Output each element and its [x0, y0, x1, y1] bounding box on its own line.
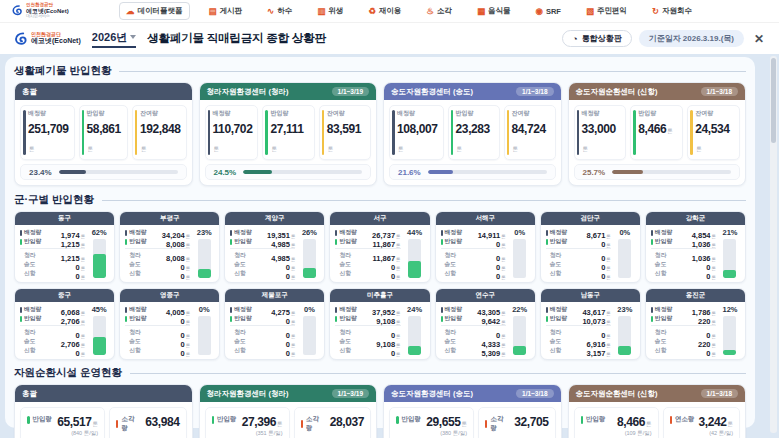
scrollbar-thumb[interactable]	[771, 58, 776, 143]
incineration-box: 소각량 32,705톤(419 톤/일)	[478, 407, 555, 438]
intake-metric: 반입량 27,111톤	[262, 105, 314, 160]
section-title-text: 자원순환시설 운영현황	[14, 366, 122, 380]
logo-name: 에코넷(EcoNet)	[31, 37, 81, 44]
district-body: 배정량6,068톤 반입량2,706톤 청라0톤 송도2,706톤 신항0톤 4…	[15, 302, 114, 359]
nav-item-sewage[interactable]: 하수	[261, 3, 298, 19]
intake-row: 반입량8,008톤	[125, 237, 190, 246]
econet-logo-header[interactable]: 인천환경공단 에코넷(EcoNet)	[12, 31, 81, 47]
row-value: 8,466	[617, 415, 645, 429]
row-label: 송도	[125, 260, 141, 269]
row-value: 0	[391, 272, 395, 281]
row-label: 신항	[20, 346, 36, 355]
food-waste-icon	[477, 7, 485, 16]
row-label: 신항	[230, 346, 246, 355]
period-badge: 1/1~3/19	[332, 87, 369, 96]
district-body: 배정량34,204톤 반입량8,008톤 청라8,008톤 송도0톤 신항0톤 …	[120, 225, 219, 282]
row-label: 반입량	[655, 237, 672, 246]
nav-item-reuse[interactable]: 재이용	[362, 3, 407, 19]
nav-item-resource-recovery[interactable]: 자원회수	[646, 3, 698, 19]
unit-label: 톤	[88, 146, 94, 152]
metric-label: 반입량	[638, 109, 677, 118]
integrated-dashboard-button[interactable]: ◔ 통합상황판	[562, 30, 631, 47]
nav-item-board[interactable]: 게시판	[203, 3, 249, 19]
row-label: 송도	[230, 337, 246, 346]
district-body: 배정량14,911톤 반입량0톤 청라0톤 송도0톤 신항0톤 0%	[436, 225, 535, 282]
district-metrics: 배정량1,974톤 반입량1,215톤 청라1,215톤 송도0톤 신항0톤	[20, 228, 85, 278]
district-metrics: 배정량4,275톤 반입량0톤 청라0톤 송도0톤 신항0톤	[230, 305, 295, 355]
period-badge: 1/1~3/18	[516, 389, 553, 398]
row-label: 반입량	[655, 314, 672, 323]
row-label: 배정량	[129, 305, 146, 314]
row-value: 0	[601, 272, 605, 281]
accent	[651, 316, 653, 322]
year-select[interactable]: 2026년	[92, 30, 136, 48]
gauge-percent: 24%	[407, 305, 422, 315]
accent	[20, 239, 22, 245]
nav-label: 자원회수	[662, 6, 692, 16]
district-body: 배정량26,737톤 반입량11,867톤 청라11,867톤 송도0톤 신항0…	[330, 225, 429, 282]
unit-label: 톤	[141, 146, 147, 152]
intake-row: 반입량2,706톤	[20, 314, 85, 323]
metric-value: 24,534	[695, 122, 729, 136]
row-value: 0	[181, 272, 185, 281]
nav-label: 재이용	[379, 6, 402, 16]
nav-item-data-platform[interactable]: 데이터플랫폼	[119, 2, 190, 20]
vertical-scrollbar[interactable]	[770, 56, 777, 433]
metric-value: 58,861	[87, 122, 121, 136]
row-label: 송도	[20, 337, 36, 346]
gauge-fill	[198, 269, 211, 278]
row-label: 청라	[125, 328, 141, 337]
unit-label: 톤	[186, 352, 191, 357]
divider	[130, 373, 746, 374]
progress-fill	[428, 170, 454, 174]
gauge-percent: 22%	[512, 305, 527, 315]
base-date-badge: 기준일자 2026.3.19.(목)	[639, 30, 744, 47]
row-value: 65,517	[57, 415, 91, 429]
sanitation-icon	[317, 7, 325, 16]
card-title: 송도자원환경센터 (송도)	[391, 87, 473, 97]
unit-label: 톤	[728, 421, 734, 427]
unit-label: 톤	[667, 128, 673, 134]
row-value: 0	[706, 272, 710, 281]
row-value: 0	[391, 349, 395, 358]
sinhang-row: 신항0톤	[546, 269, 611, 278]
row-value: 3,157	[587, 349, 606, 358]
district-card: 연수구 배정량43,305톤 반입량9,642톤 청라0톤 송도4,333톤 신…	[435, 288, 536, 360]
row-label: 청라	[20, 251, 36, 260]
row-label: 반입량	[339, 237, 356, 246]
gauge-fill	[618, 346, 631, 355]
nav-item-community[interactable]: 주민편익	[580, 3, 633, 19]
incineration-box: 소각량 63,984톤(820 톤/일)	[109, 407, 186, 438]
progress-percent: 23.4%	[29, 168, 52, 177]
main-panel: 생활폐기물 반입현황 총괄 배정량	[5, 57, 755, 428]
unit-label: 톤	[711, 352, 716, 357]
nav-item-incineration[interactable]: 소각	[420, 3, 458, 19]
gauge-fill	[723, 270, 736, 278]
incineration-main-row: 소각량 63,984톤(820 톤/일)	[116, 412, 179, 438]
nav-label: 게시판	[220, 6, 243, 16]
row-label: 청라	[335, 328, 351, 337]
row-label: 신항	[125, 269, 141, 278]
intake-card: 송도자원환경센터 (송도) 1/1~3/18 배정량 108,007톤 반입량	[383, 82, 562, 186]
district-card: 제물포구 배정량4,275톤 반입량0톤 청라0톤 송도0톤 신항0톤	[224, 288, 325, 360]
metric-row: 배정량 110,702톤 반입량 27,111톤 잔여량 83,591톤	[205, 105, 372, 160]
logo-text: 인천환경공단 에코넷(EcoNet)	[31, 32, 81, 45]
sinhang-row: 신항0톤	[20, 346, 85, 355]
metric-row: 배정량 251,709톤 반입량 58,861톤 잔여량 192,848톤	[20, 105, 187, 160]
sinhang-row: 신항0톤	[335, 346, 400, 355]
nav-item-food-waste[interactable]: 음식물	[471, 3, 517, 19]
econet-logo[interactable]: 인천환경공단 에코넷(EcoNet) 대시민서비스	[10, 3, 106, 18]
nav-item-sanitation[interactable]: 위생	[311, 3, 349, 19]
intake-row: 반입량9,108톤	[335, 314, 400, 323]
card-title: 청라자원환경센터 (청라)	[207, 389, 289, 399]
unit-label: 톤	[396, 275, 401, 280]
row-label: 소각량	[485, 412, 509, 433]
incinerator-icon	[426, 7, 434, 16]
gauge-icon: ◔	[572, 34, 577, 44]
metric-label: 잔여량	[327, 109, 365, 118]
intake-card: 청라자원환경센터 (청라) 1/1~3/19 배정량 110,702톤 반입량	[199, 82, 378, 186]
close-icon[interactable]: ✕	[751, 32, 767, 46]
facility-cards: 총괄 반입량 65,517톤(840 톤/일)	[14, 384, 746, 438]
accent	[335, 239, 337, 245]
nav-item-srf[interactable]: SRF	[529, 4, 566, 19]
